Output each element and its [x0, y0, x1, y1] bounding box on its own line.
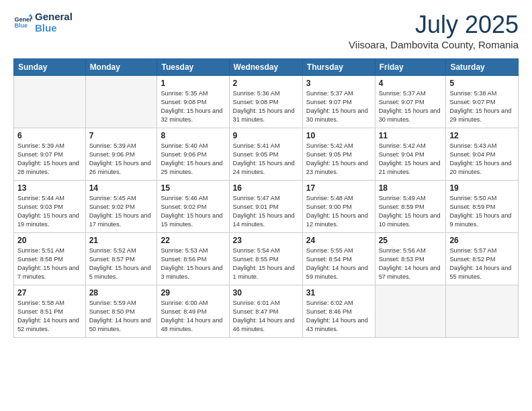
cell-info: Sunrise: 5:38 AM Sunset: 9:07 PM Dayligh… [449, 89, 515, 124]
cell-info: Sunrise: 5:39 AM Sunset: 9:07 PM Dayligh… [17, 142, 82, 177]
cell-info: Sunrise: 5:36 AM Sunset: 9:08 PM Dayligh… [233, 89, 299, 124]
day-number: 21 [89, 236, 154, 245]
day-number: 13 [17, 183, 82, 193]
location-title: Viisoara, Dambovita County, Romania [349, 39, 519, 50]
cell-info: Sunrise: 5:48 AM Sunset: 9:00 PM Dayligh… [306, 194, 371, 229]
day-number: 9 [233, 131, 299, 140]
week-row: 6Sunrise: 5:39 AM Sunset: 9:07 PM Daylig… [14, 128, 519, 181]
day-number: 15 [161, 183, 225, 193]
day-number: 6 [17, 131, 82, 140]
weekday-header: Thursday [302, 59, 375, 76]
month-title: July 2025 [349, 11, 519, 39]
calendar-cell: 5Sunrise: 5:38 AM Sunset: 9:07 PM Daylig… [446, 76, 519, 128]
calendar-cell [446, 285, 519, 338]
logo-line2: Blue [35, 22, 73, 34]
calendar-cell [375, 285, 446, 338]
calendar-cell: 7Sunrise: 5:39 AM Sunset: 9:06 PM Daylig… [85, 128, 157, 181]
cell-info: Sunrise: 5:44 AM Sunset: 9:03 PM Dayligh… [17, 194, 82, 229]
cell-info: Sunrise: 5:42 AM Sunset: 9:04 PM Dayligh… [379, 142, 443, 177]
day-number: 8 [161, 131, 225, 140]
calendar-cell: 8Sunrise: 5:40 AM Sunset: 9:06 PM Daylig… [157, 128, 229, 181]
calendar-cell: 16Sunrise: 5:47 AM Sunset: 9:01 PM Dayli… [229, 181, 302, 233]
calendar-cell: 30Sunrise: 6:01 AM Sunset: 8:47 PM Dayli… [229, 285, 302, 338]
day-number: 1 [161, 79, 225, 88]
cell-info: Sunrise: 5:41 AM Sunset: 9:05 PM Dayligh… [233, 142, 299, 177]
cell-info: Sunrise: 5:54 AM Sunset: 8:55 PM Dayligh… [233, 246, 299, 281]
day-number: 2 [233, 79, 299, 88]
header: General Blue General Blue July 2025 Viis… [13, 11, 519, 50]
cell-info: Sunrise: 5:51 AM Sunset: 8:58 PM Dayligh… [17, 246, 82, 281]
day-number: 29 [161, 288, 225, 298]
day-number: 7 [89, 131, 154, 140]
day-number: 30 [233, 288, 299, 298]
weekday-header: Wednesday [229, 59, 302, 76]
svg-text:Blue: Blue [14, 23, 28, 30]
header-row: SundayMondayTuesdayWednesdayThursdayFrid… [14, 59, 519, 76]
calendar-cell: 1Sunrise: 5:35 AM Sunset: 9:08 PM Daylig… [157, 76, 229, 128]
calendar-cell: 31Sunrise: 6:02 AM Sunset: 8:46 PM Dayli… [302, 285, 375, 338]
day-number: 12 [449, 131, 515, 140]
calendar-cell: 29Sunrise: 6:00 AM Sunset: 8:49 PM Dayli… [157, 285, 229, 338]
calendar-cell: 22Sunrise: 5:53 AM Sunset: 8:56 PM Dayli… [157, 233, 229, 285]
cell-info: Sunrise: 5:58 AM Sunset: 8:51 PM Dayligh… [17, 299, 82, 334]
calendar-cell: 23Sunrise: 5:54 AM Sunset: 8:55 PM Dayli… [229, 233, 302, 285]
calendar-cell: 26Sunrise: 5:57 AM Sunset: 8:52 PM Dayli… [446, 233, 519, 285]
cell-info: Sunrise: 5:47 AM Sunset: 9:01 PM Dayligh… [233, 194, 299, 229]
calendar-cell: 21Sunrise: 5:52 AM Sunset: 8:57 PM Dayli… [85, 233, 157, 285]
calendar-cell: 14Sunrise: 5:45 AM Sunset: 9:02 PM Dayli… [85, 181, 157, 233]
calendar-cell: 13Sunrise: 5:44 AM Sunset: 9:03 PM Dayli… [14, 181, 86, 233]
day-number: 23 [233, 236, 299, 245]
calendar-cell [85, 76, 157, 128]
calendar-cell: 17Sunrise: 5:48 AM Sunset: 9:00 PM Dayli… [302, 181, 375, 233]
calendar-cell: 6Sunrise: 5:39 AM Sunset: 9:07 PM Daylig… [14, 128, 86, 181]
day-number: 31 [306, 288, 371, 298]
calendar-cell: 28Sunrise: 5:59 AM Sunset: 8:50 PM Dayli… [85, 285, 157, 338]
day-number: 20 [17, 236, 82, 245]
calendar-cell: 25Sunrise: 5:56 AM Sunset: 8:53 PM Dayli… [375, 233, 446, 285]
cell-info: Sunrise: 5:56 AM Sunset: 8:53 PM Dayligh… [379, 246, 443, 281]
cell-info: Sunrise: 5:53 AM Sunset: 8:56 PM Dayligh… [161, 246, 225, 281]
calendar-cell: 2Sunrise: 5:36 AM Sunset: 9:08 PM Daylig… [229, 76, 302, 128]
title-block: July 2025 Viisoara, Dambovita County, Ro… [349, 11, 519, 50]
week-row: 1Sunrise: 5:35 AM Sunset: 9:08 PM Daylig… [14, 76, 519, 128]
day-number: 27 [17, 288, 82, 298]
calendar-table: SundayMondayTuesdayWednesdayThursdayFrid… [13, 58, 519, 338]
cell-info: Sunrise: 6:01 AM Sunset: 8:47 PM Dayligh… [233, 299, 299, 334]
page: General Blue General Blue July 2025 Viis… [0, 0, 532, 411]
calendar-cell: 12Sunrise: 5:43 AM Sunset: 9:04 PM Dayli… [446, 128, 519, 181]
cell-info: Sunrise: 6:00 AM Sunset: 8:49 PM Dayligh… [161, 299, 225, 334]
day-number: 22 [161, 236, 225, 245]
day-number: 14 [89, 183, 154, 193]
day-number: 11 [379, 131, 443, 140]
day-number: 17 [306, 183, 371, 193]
day-number: 24 [306, 236, 371, 245]
cell-info: Sunrise: 5:39 AM Sunset: 9:06 PM Dayligh… [89, 142, 154, 177]
day-number: 10 [306, 131, 371, 140]
weekday-header: Monday [85, 59, 157, 76]
cell-info: Sunrise: 5:37 AM Sunset: 9:07 PM Dayligh… [379, 89, 443, 124]
day-number: 19 [449, 183, 515, 193]
calendar-cell: 18Sunrise: 5:49 AM Sunset: 8:59 PM Dayli… [375, 181, 446, 233]
cell-info: Sunrise: 5:43 AM Sunset: 9:04 PM Dayligh… [449, 142, 515, 177]
calendar-cell: 27Sunrise: 5:58 AM Sunset: 8:51 PM Dayli… [14, 285, 86, 338]
calendar-cell: 3Sunrise: 5:37 AM Sunset: 9:07 PM Daylig… [302, 76, 375, 128]
cell-info: Sunrise: 5:49 AM Sunset: 8:59 PM Dayligh… [379, 194, 443, 229]
calendar-cell: 24Sunrise: 5:55 AM Sunset: 8:54 PM Dayli… [302, 233, 375, 285]
weekday-header: Tuesday [157, 59, 229, 76]
cell-info: Sunrise: 5:40 AM Sunset: 9:06 PM Dayligh… [161, 142, 225, 177]
cell-info: Sunrise: 5:52 AM Sunset: 8:57 PM Dayligh… [89, 246, 154, 281]
weekday-header: Sunday [14, 59, 86, 76]
day-number: 4 [379, 79, 443, 88]
cell-info: Sunrise: 5:50 AM Sunset: 8:59 PM Dayligh… [449, 194, 515, 229]
calendar-cell: 19Sunrise: 5:50 AM Sunset: 8:59 PM Dayli… [446, 181, 519, 233]
day-number: 5 [449, 79, 515, 88]
logo-icon: General Blue [13, 13, 32, 32]
day-number: 25 [379, 236, 443, 245]
weekday-header: Friday [375, 59, 446, 76]
day-number: 16 [233, 183, 299, 193]
cell-info: Sunrise: 5:57 AM Sunset: 8:52 PM Dayligh… [449, 246, 515, 281]
cell-info: Sunrise: 6:02 AM Sunset: 8:46 PM Dayligh… [306, 299, 371, 334]
day-number: 26 [449, 236, 515, 245]
weekday-header: Saturday [446, 59, 519, 76]
cell-info: Sunrise: 5:46 AM Sunset: 9:02 PM Dayligh… [161, 194, 225, 229]
